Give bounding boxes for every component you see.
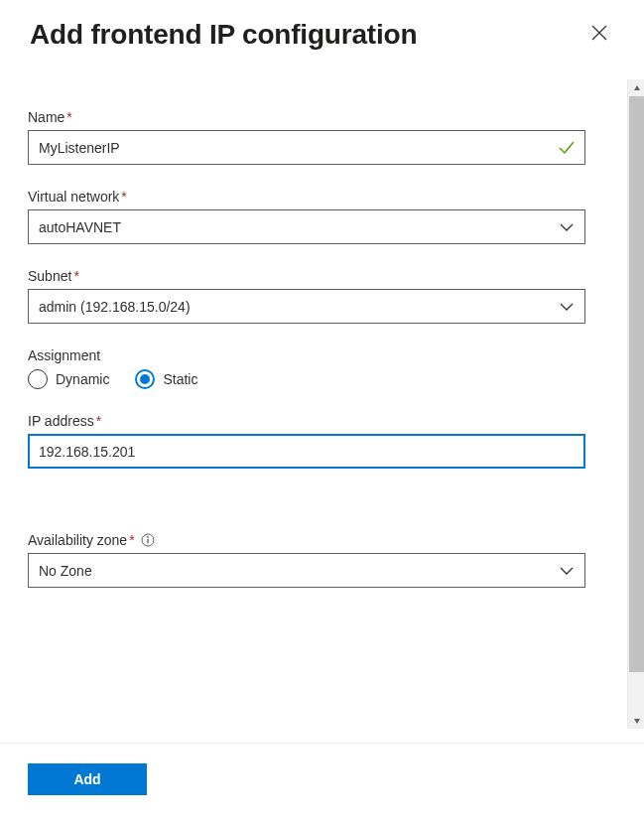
- svg-marker-5: [634, 85, 640, 90]
- field-virtual-network: Virtual network* autoHAVNET: [28, 189, 585, 244]
- required-star: *: [121, 189, 126, 205]
- radio-static-label: Static: [163, 371, 197, 387]
- ip-address-input[interactable]: [28, 434, 585, 469]
- scrollbar-thumb[interactable]: [629, 96, 644, 672]
- svg-point-3: [147, 536, 149, 538]
- vnet-select[interactable]: autoHAVNET: [28, 209, 585, 244]
- assignment-label: Assignment: [28, 347, 585, 363]
- name-label: Name*: [28, 109, 585, 125]
- field-assignment: Assignment Dynamic Static: [28, 347, 585, 389]
- radio-circle-icon: [28, 369, 48, 389]
- scroll-down-arrow-icon[interactable]: [628, 712, 644, 729]
- field-name: Name*: [28, 109, 585, 165]
- chevron-down-icon: [559, 219, 575, 235]
- ip-label: IP address*: [28, 413, 585, 429]
- svg-rect-4: [147, 539, 148, 544]
- vnet-value: autoHAVNET: [39, 219, 121, 235]
- name-label-text: Name: [28, 109, 64, 125]
- required-star: *: [96, 413, 101, 429]
- field-ip-address: IP address*: [28, 413, 585, 469]
- form-body: Name* Virtual network* autoHAVNET: [0, 79, 613, 631]
- add-button[interactable]: Add: [28, 763, 147, 795]
- panel-header: Add frontend IP configuration: [0, 0, 644, 61]
- radio-dynamic[interactable]: Dynamic: [28, 369, 109, 389]
- subnet-label-text: Subnet: [28, 268, 71, 284]
- az-label: Availability zone*: [28, 532, 135, 548]
- az-label-text: Availability zone: [28, 532, 127, 548]
- info-icon[interactable]: [141, 533, 155, 547]
- field-availability-zone: Availability zone* No Zone: [28, 532, 585, 588]
- az-label-row: Availability zone*: [28, 532, 585, 548]
- close-button[interactable]: [584, 18, 614, 51]
- required-star: *: [129, 532, 134, 548]
- az-value: No Zone: [39, 563, 92, 579]
- vnet-label: Virtual network*: [28, 189, 585, 205]
- panel-footer: Add: [0, 743, 644, 823]
- radio-static[interactable]: Static: [135, 369, 197, 389]
- subnet-label: Subnet*: [28, 268, 585, 284]
- radio-dynamic-label: Dynamic: [56, 371, 109, 387]
- ip-input-wrapper: [28, 434, 585, 469]
- vnet-label-text: Virtual network: [28, 189, 119, 205]
- svg-marker-6: [634, 719, 640, 724]
- name-input-wrapper: [28, 130, 585, 165]
- scroll-up-arrow-icon[interactable]: [628, 79, 644, 96]
- ip-label-text: IP address: [28, 413, 94, 429]
- required-star: *: [66, 109, 71, 125]
- scrollbar[interactable]: [627, 79, 644, 729]
- name-input[interactable]: [28, 130, 585, 165]
- subnet-value: admin (192.168.15.0/24): [39, 299, 191, 315]
- field-subnet: Subnet* admin (192.168.15.0/24): [28, 268, 585, 324]
- assignment-radio-group: Dynamic Static: [28, 369, 585, 389]
- scroll-container: Name* Virtual network* autoHAVNET: [0, 79, 644, 729]
- az-select[interactable]: No Zone: [28, 553, 585, 588]
- chevron-down-icon: [559, 299, 575, 315]
- panel-title: Add frontend IP configuration: [30, 19, 417, 51]
- chevron-down-icon: [559, 563, 575, 579]
- required-star: *: [73, 268, 78, 284]
- close-icon: [590, 24, 608, 45]
- radio-circle-selected-icon: [135, 369, 155, 389]
- subnet-select[interactable]: admin (192.168.15.0/24): [28, 289, 585, 324]
